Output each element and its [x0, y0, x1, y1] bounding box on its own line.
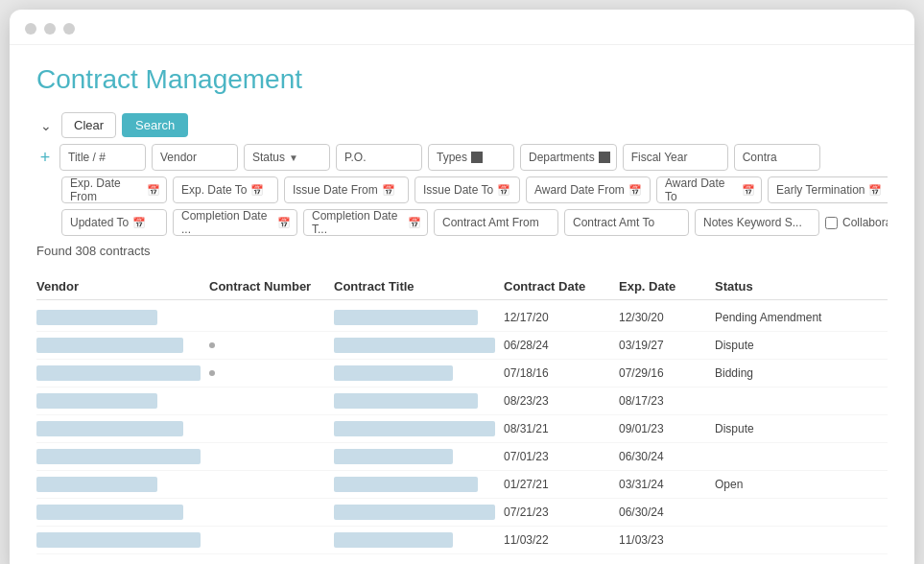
exp-date-to-label: Exp. Date To [181, 183, 247, 197]
fiscal-year-label: Fiscal Year [631, 151, 688, 164]
contract-title-cell [334, 393, 504, 409]
clear-button[interactable]: Clear [61, 112, 116, 138]
award-date-to-label: Award Date To [665, 176, 738, 203]
title-filter[interactable]: Title / # [59, 144, 146, 171]
issue-date-to-calendar-icon: 📅 [497, 184, 510, 197]
early-term-from-filter[interactable]: Early Termination 📅 [768, 176, 888, 203]
collaborative-filter[interactable]: Collaborative [825, 216, 888, 229]
col-header-contract-title: Contract Title [334, 279, 504, 294]
collaborative-checkbox[interactable] [825, 217, 838, 229]
po-label: P.O. [344, 151, 366, 164]
departments-icon [599, 152, 610, 163]
status-cell: Dispute [715, 422, 888, 435]
contract-title-cell [334, 310, 504, 325]
col-header-status: Status [715, 279, 888, 294]
award-date-from-label: Award Date From [534, 183, 625, 197]
award-date-to-calendar-icon: 📅 [742, 184, 755, 197]
exp-date-from-filter[interactable]: Exp. Date From 📅 [61, 176, 167, 203]
contract-title-cell [334, 532, 504, 548]
fiscal-year-filter[interactable]: Fiscal Year [623, 144, 728, 171]
notes-keyword-label: Notes Keyword S... [703, 216, 802, 229]
col-header-contract-date: Contract Date [504, 279, 619, 294]
table-row[interactable]: 06/28/2403/19/27Dispute [36, 332, 888, 360]
app-window: Contract Management ⌄ Clear Search + Tit… [10, 10, 914, 564]
contract-amt-to-filter[interactable]: Contract Amt To [564, 209, 689, 236]
contract-date-cell: 08/31/21 [504, 422, 619, 435]
contra-label: Contra [743, 151, 777, 164]
updated-to-filter[interactable]: Updated To 📅 [61, 209, 167, 236]
completion-date-from-filter[interactable]: Completion Date ... 📅 [173, 209, 297, 236]
vendor-cell [36, 310, 209, 325]
title-bar [10, 10, 914, 45]
po-filter[interactable]: P.O. [336, 144, 422, 171]
col-header-exp-date: Exp. Date [619, 279, 715, 294]
contract-date-cell: 08/23/23 [504, 394, 619, 408]
window-dot-2 [44, 23, 56, 35]
table-row[interactable]: 08/23/2308/17/23 [36, 388, 888, 415]
table-row[interactable]: 01/27/2103/31/24Open [36, 471, 888, 499]
award-date-from-calendar-icon: 📅 [628, 184, 642, 197]
exp-date-cell: 09/01/23 [619, 422, 715, 435]
table-row[interactable]: 11/03/2211/03/23 [36, 527, 888, 554]
vendor-cell [36, 393, 209, 409]
status-cell: Open [715, 478, 888, 491]
results-count: Found 308 contracts [36, 244, 888, 258]
types-filter[interactable]: Types [428, 144, 514, 171]
exp-date-from-calendar-icon: 📅 [147, 184, 160, 197]
exp-date-cell: 07/29/16 [619, 366, 715, 380]
vendor-cell [36, 338, 209, 353]
table-row[interactable]: 07/01/2306/30/24 [36, 443, 888, 471]
exp-date-to-calendar-icon: 📅 [250, 184, 264, 197]
departments-label: Departments [529, 151, 595, 164]
add-filter-icon[interactable]: + [36, 149, 54, 166]
notes-keyword-filter[interactable]: Notes Keyword S... [695, 209, 819, 236]
award-date-to-filter[interactable]: Award Date To 📅 [656, 176, 762, 203]
updated-to-calendar-icon: 📅 [132, 217, 146, 229]
contract-amt-to-label: Contract Amt To [573, 216, 654, 229]
vendor-cell [36, 421, 209, 436]
table-row[interactable]: 12/17/2012/30/20Pending Amendment [36, 304, 888, 332]
table-row[interactable]: 07/21/2306/30/24 [36, 499, 888, 527]
status-cell: Bidding [715, 366, 888, 380]
contracts-table: Vendor Contract Number Contract Title Co… [36, 273, 888, 554]
contract-amt-from-filter[interactable]: Contract Amt From [434, 209, 558, 236]
exp-date-cell: 08/17/23 [619, 394, 715, 408]
table-row[interactable]: 07/18/1607/29/16Bidding [36, 360, 888, 388]
table-row[interactable]: 08/31/2109/01/23Dispute [36, 415, 888, 443]
vendor-cell [36, 477, 209, 492]
page-title: Contract Management [36, 64, 888, 95]
exp-date-cell: 06/30/24 [619, 450, 715, 463]
contract-date-cell: 07/01/23 [504, 450, 619, 463]
contract-title-cell [334, 477, 504, 492]
window-dot-3 [63, 23, 75, 35]
contra-filter[interactable]: Contra [734, 144, 820, 171]
contract-date-cell: 06/28/24 [504, 339, 619, 352]
contract-number-cell [209, 342, 334, 348]
updated-to-label: Updated To [70, 216, 129, 229]
contract-amt-from-label: Contract Amt From [442, 216, 539, 229]
exp-date-to-filter[interactable]: Exp. Date To 📅 [173, 176, 278, 203]
contract-date-cell: 12/17/20 [504, 311, 619, 324]
collapse-icon[interactable]: ⌄ [36, 116, 56, 135]
contract-title-cell [334, 449, 504, 464]
contract-title-cell [334, 421, 504, 436]
completion-date-to-filter[interactable]: Completion Date T... 📅 [303, 209, 428, 236]
vendor-filter[interactable]: Vendor [152, 144, 238, 171]
status-label: Status [252, 151, 285, 164]
early-term-from-label: Early Termination [776, 183, 865, 197]
issue-date-to-filter[interactable]: Issue Date To 📅 [415, 176, 520, 203]
filter-row-2: Exp. Date From 📅 Exp. Date To 📅 Issue Da… [36, 176, 888, 203]
exp-date-cell: 11/03/23 [619, 533, 715, 547]
issue-date-from-filter[interactable]: Issue Date From 📅 [284, 176, 409, 203]
status-filter[interactable]: Status ▼ [244, 144, 330, 171]
types-label: Types [437, 151, 467, 164]
filter-row-1: + Title / # Vendor Status ▼ P.O. Types [36, 144, 888, 171]
departments-filter[interactable]: Departments [520, 144, 617, 171]
contract-date-cell: 01/27/21 [504, 478, 619, 491]
search-button[interactable]: Search [122, 113, 188, 137]
status-cell: Pending Amendment [715, 311, 888, 324]
contract-number-cell [209, 370, 334, 376]
award-date-from-filter[interactable]: Award Date From 📅 [526, 176, 651, 203]
filter-bar: ⌄ Clear Search + Title / # Vendor Status… [36, 112, 888, 236]
exp-date-cell: 03/31/24 [619, 478, 715, 491]
